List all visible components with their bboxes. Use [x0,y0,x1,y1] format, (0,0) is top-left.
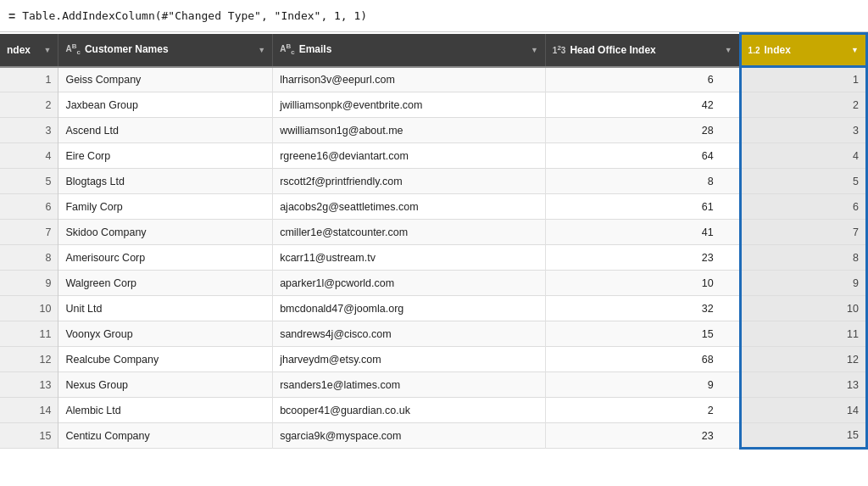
index-val-cell: 4 [740,143,866,169]
head-office-cell: 61 [545,194,740,220]
head-office-type-icon: 123 [553,44,566,55]
email-cell: cmiller1e@statcounter.com [273,220,546,245]
row-number: 10 [0,296,58,321]
table-container: ndex ▼ ABc Customer Names ▼ [0,32,868,486]
formula-text: Table.AddIndexColumn(#"Changed Type", "I… [22,9,367,22]
index-val-dropdown[interactable]: ▼ [851,46,859,54]
head-office-dropdown[interactable]: ▼ [725,46,732,54]
row-number: 15 [0,423,58,449]
row-number: 3 [0,118,58,143]
col-header-emails: ABc Emails ▼ [273,34,546,67]
row-number: 4 [0,143,58,169]
col-header-index: ndex ▼ [0,34,58,67]
row-number: 12 [0,347,58,372]
row-number: 6 [0,194,58,220]
table-row: 1Geiss Companylharrison3v@eepurl.com61 [0,67,867,92]
index-val-cell: 11 [740,321,866,347]
email-cell: kcarr11@ustream.tv [273,245,546,271]
head-office-label: Head Office Index [570,44,655,56]
table-row: 4Eire Corprgreene16@deviantart.com644 [0,143,867,169]
table-body: 1Geiss Companylharrison3v@eepurl.com612J… [0,67,867,449]
customer-name-cell: Centizu Company [58,423,273,449]
index-val-cell: 14 [740,398,866,423]
head-office-cell: 41 [545,220,740,245]
email-cell: rsanders1e@latimes.com [273,372,546,398]
email-cell: jwilliamsonpk@eventbrite.com [273,92,546,118]
index-val-cell: 12 [740,347,866,372]
customer-name-cell: Nexus Group [58,372,273,398]
email-cell: wwilliamson1g@about.me [273,118,546,143]
index-val-cell: 5 [740,169,866,194]
table-row: 9Walgreen Corpaparker1l@pcworld.com109 [0,271,867,296]
table-header-row: ndex ▼ ABc Customer Names ▼ [0,34,867,67]
index-val-cell: 9 [740,271,866,296]
head-office-cell: 8 [545,169,740,194]
table-row: 13Nexus Grouprsanders1e@latimes.com913 [0,372,867,398]
customer-name-cell: Jaxbean Group [58,92,273,118]
table-row: 10Unit Ltdbmcdonald47@joomla.org3210 [0,296,867,321]
customer-name-cell: Eire Corp [58,143,273,169]
row-number: 13 [0,372,58,398]
head-office-cell: 2 [545,398,740,423]
email-cell: sandrews4j@cisco.com [273,321,546,347]
index-val-cell: 15 [740,423,866,449]
email-cell: ajacobs2g@seattletimes.com [273,194,546,220]
email-cell: bmcdonald47@joomla.org [273,296,546,321]
customer-names-label: Customer Names [85,43,169,55]
email-cell: rgreene16@deviantart.com [273,143,546,169]
email-cell: lharrison3v@eepurl.com [273,67,546,92]
row-number: 5 [0,169,58,194]
col-header-customer-names: ABc Customer Names ▼ [58,34,273,67]
index-val-cell: 1 [740,67,866,92]
table-row: 12Realcube Companyjharveydm@etsy.com6812 [0,347,867,372]
row-number: 14 [0,398,58,423]
table-row: 14Alembic Ltdbcooper41@guardian.co.uk214 [0,398,867,423]
table-row: 3Ascend Ltdwwilliamson1g@about.me283 [0,118,867,143]
table-row: 5Blogtags Ltdrscott2f@printfriendly.com8… [0,169,867,194]
customer-name-cell: Realcube Company [58,347,273,372]
customer-names-dropdown[interactable]: ▼ [258,46,265,54]
index-val-cell: 8 [740,245,866,271]
index-val-cell: 13 [740,372,866,398]
formula-bar: = Table.AddIndexColumn(#"Changed Type", … [0,0,868,32]
customer-name-cell: Geiss Company [58,67,273,92]
row-number: 11 [0,321,58,347]
col-index-dropdown[interactable]: ▼ [44,46,52,54]
index-val-cell: 2 [740,92,866,118]
table-row: 7Skidoo Companycmiller1e@statcounter.com… [0,220,867,245]
col-index-label: ndex [7,44,31,56]
index-val-cell: 3 [740,118,866,143]
email-cell: bcooper41@guardian.co.uk [273,398,546,423]
row-number: 8 [0,245,58,271]
index-val-type-icon: 1.2 [748,46,760,55]
email-cell: sgarcia9k@myspace.com [273,423,546,449]
email-cell: rscott2f@printfriendly.com [273,169,546,194]
index-val-label: Index [765,44,791,56]
customer-name-cell: Voonyx Group [58,321,273,347]
emails-label: Emails [299,43,332,55]
head-office-cell: 15 [545,321,740,347]
emails-dropdown[interactable]: ▼ [531,46,538,54]
head-office-cell: 10 [545,271,740,296]
customer-name-cell: Amerisourc Corp [58,245,273,271]
table-row: 11Voonyx Groupsandrews4j@cisco.com1511 [0,321,867,347]
customer-names-type-icon: ABc [65,42,80,56]
head-office-cell: 28 [545,118,740,143]
table-row: 8Amerisourc Corpkcarr11@ustream.tv238 [0,245,867,271]
customer-name-cell: Blogtags Ltd [58,169,273,194]
col-header-head-office: 123 Head Office Index ▼ [545,34,740,67]
index-val-cell: 6 [740,194,866,220]
email-cell: jharveydm@etsy.com [273,347,546,372]
head-office-cell: 23 [545,245,740,271]
customer-name-cell: Family Corp [58,194,273,220]
index-val-cell: 10 [740,296,866,321]
head-office-cell: 32 [545,296,740,321]
customer-name-cell: Ascend Ltd [58,118,273,143]
formula-equals-icon: = [8,9,15,23]
head-office-cell: 6 [545,67,740,92]
head-office-cell: 9 [545,372,740,398]
row-number: 9 [0,271,58,296]
head-office-cell: 42 [545,92,740,118]
index-val-cell: 7 [740,220,866,245]
head-office-cell: 23 [545,423,740,449]
